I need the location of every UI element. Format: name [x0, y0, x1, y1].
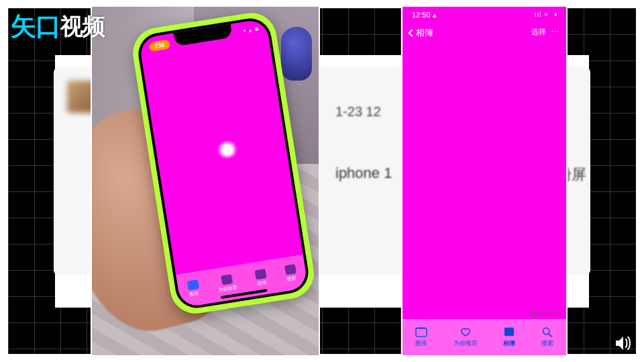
watermark-logo: 矢口视频 — [11, 9, 105, 44]
volume-icon[interactable] — [614, 335, 632, 351]
tab-foryou[interactable]: 为你推荐 — [453, 326, 478, 348]
back-label: 相簿 — [416, 27, 433, 39]
status-icons: ııl ᯤ ▮ — [535, 11, 558, 18]
nav-bar: 相簿 选择 ··· — [402, 27, 566, 44]
camera-flash-reflection — [215, 139, 240, 160]
status-icons: ▪ ▴ ■ — [243, 25, 260, 34]
svg-rect-2 — [504, 328, 514, 336]
tab-library[interactable]: 图库 — [415, 326, 427, 348]
logo-accent: 矢口 — [11, 9, 60, 44]
more-button[interactable]: ··· — [551, 27, 559, 35]
status-bar: 12:50 ▴ ııl ᯤ ▮ — [402, 11, 566, 23]
background-bottle — [281, 27, 312, 81]
tab-label: 搜索 — [541, 339, 553, 348]
phone-notch — [174, 24, 233, 46]
photos-tabbar: 图库 为你推荐 相簿 搜索 — [402, 319, 566, 355]
complaint-watermark: ▓ 黑猫投诉 — [532, 309, 562, 318]
status-time: 12:50 ▴ — [412, 11, 437, 19]
select-button[interactable]: 选择 — [531, 27, 546, 37]
svg-line-4 — [549, 334, 551, 336]
albums-icon — [503, 326, 515, 337]
tab-foryou[interactable]: 为你推荐 — [217, 273, 238, 293]
chevron-left-icon — [408, 29, 415, 36]
tab-label: 为你推荐 — [453, 339, 478, 348]
right-screenshot-panel: 12:50 ▴ ııl ᯤ ▮ 相簿 选择 ··· ▓ 黑猫投诉 图库 为你推荐… — [401, 5, 568, 357]
svg-rect-0 — [416, 328, 427, 336]
tab-search[interactable]: 搜索 — [284, 264, 298, 283]
foryou-icon — [460, 326, 472, 337]
tab-label: 图库 — [415, 339, 427, 348]
tab-library[interactable]: 图库 — [186, 279, 200, 298]
left-photo-panel: 736 ▪ ▴ ■ 图库 为你推荐 相簿 搜索 — [91, 5, 320, 357]
svg-rect-1 — [417, 327, 425, 329]
tab-search[interactable]: 搜索 — [541, 326, 553, 348]
logo-text: 视频 — [60, 11, 105, 42]
svg-point-3 — [543, 328, 549, 334]
tab-albums[interactable]: 相簿 — [503, 326, 515, 348]
tab-albums[interactable]: 相簿 — [254, 269, 268, 287]
badge: 736 — [149, 39, 171, 52]
search-icon — [541, 326, 553, 337]
tab-label: 相簿 — [503, 339, 515, 348]
library-icon — [415, 326, 427, 337]
back-button[interactable]: 相簿 — [409, 27, 433, 39]
